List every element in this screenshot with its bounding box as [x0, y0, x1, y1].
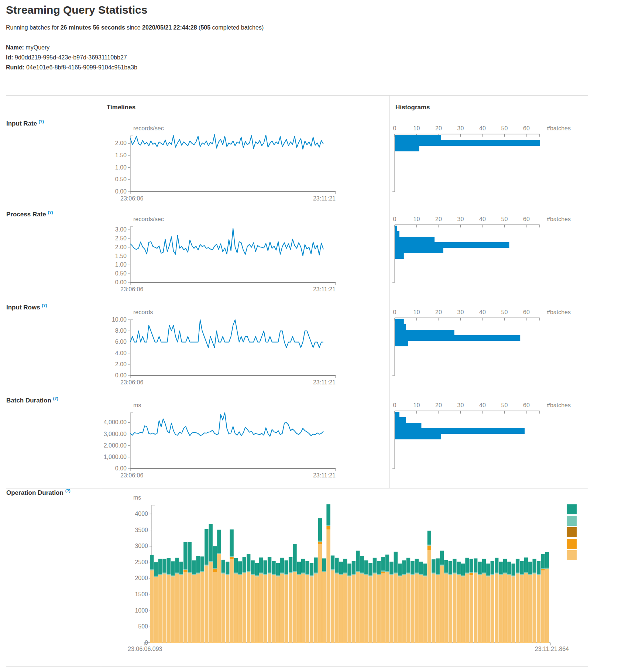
svg-text:23:11:21: 23:11:21: [313, 379, 336, 385]
table-header-row: Timelines Histograms: [6, 96, 588, 119]
svg-text:60: 60: [523, 309, 530, 315]
svg-text:0.50: 0.50: [115, 270, 127, 277]
svg-text:records: records: [133, 309, 153, 315]
svg-text:2.00: 2.00: [115, 244, 127, 250]
input-rate-help-icon[interactable]: (?): [39, 119, 44, 124]
input-rate-row: Input Rate (?) records/sec2.001.501.000.…: [6, 119, 588, 210]
operation-duration-stacked-chart: ms4000350030002500200015001000500023:06:…: [101, 488, 587, 666]
svg-text:60: 60: [523, 216, 530, 222]
svg-text:23:11:21: 23:11:21: [313, 286, 336, 292]
process-rate-help-icon[interactable]: (?): [48, 210, 53, 215]
svg-text:0.00: 0.00: [115, 279, 127, 285]
query-runid-value: 04e101e6-8bf8-4165-9099-9104c951ba3b: [26, 64, 137, 71]
completed-batches-count: 505: [200, 24, 210, 31]
svg-text:3,000.00: 3,000.00: [104, 431, 127, 437]
svg-text:20: 20: [435, 309, 442, 315]
svg-text:0: 0: [393, 402, 396, 408]
svg-text:23:06:06: 23:06:06: [120, 195, 143, 202]
query-runid-label: RunId:: [6, 64, 25, 71]
svg-text:40: 40: [479, 125, 486, 131]
svg-text:#batches: #batches: [547, 309, 571, 315]
svg-text:1.50: 1.50: [115, 152, 127, 158]
svg-text:23:11:21.864: 23:11:21.864: [535, 646, 569, 652]
operation-duration-label-cell: Operation Duration (?): [6, 488, 101, 667]
query-name-value: myQuery: [25, 44, 49, 51]
svg-text:23:06:06.093: 23:06:06.093: [128, 646, 162, 652]
empty-header-cell: [6, 96, 101, 119]
batch-duration-histogram-chart: 0102030405060#batches: [390, 396, 587, 488]
svg-text:2500: 2500: [135, 559, 148, 565]
timelines-column-header: Timelines: [101, 96, 390, 119]
svg-text:2,000.00: 2,000.00: [104, 442, 127, 449]
svg-text:1,000.00: 1,000.00: [104, 454, 127, 460]
svg-text:50: 50: [501, 402, 508, 408]
svg-text:3.00: 3.00: [115, 226, 127, 233]
running-batches-summary: Running batches for 26 minutes 56 second…: [6, 24, 264, 31]
svg-text:ms: ms: [133, 402, 141, 408]
input-rows-help-icon[interactable]: (?): [42, 303, 47, 308]
svg-text:30: 30: [457, 309, 464, 315]
batch-duration-row: Batch Duration (?) ms4,000.003,000.002,0…: [6, 396, 588, 488]
input-rows-row: Input Rows (?) records10.008.006.004.002…: [6, 303, 588, 396]
svg-text:23:06:06: 23:06:06: [120, 286, 143, 292]
query-id-value: 9d0dd219-995d-423e-b97d-36931110bb27: [15, 54, 127, 61]
svg-text:23:11:21: 23:11:21: [313, 472, 336, 479]
svg-text:2000: 2000: [135, 575, 148, 581]
batch-duration-help-icon[interactable]: (?): [53, 396, 58, 401]
process-rate-row: Process Rate (?) records/sec3.002.502.00…: [6, 210, 588, 303]
streaming-query-statistics-page: Streaming Query Statistics Running batch…: [0, 0, 625, 672]
svg-text:50: 50: [501, 309, 508, 315]
svg-text:2.50: 2.50: [115, 235, 127, 241]
operation-duration-help-icon[interactable]: (?): [65, 488, 71, 493]
svg-text:20: 20: [435, 216, 442, 222]
input-rows-histogram-chart: 0102030405060#batches: [390, 303, 587, 395]
svg-text:23:11:21: 23:11:21: [313, 195, 336, 202]
svg-text:500: 500: [138, 623, 148, 630]
svg-text:3000: 3000: [135, 543, 148, 549]
svg-text:10: 10: [413, 125, 420, 131]
svg-text:10: 10: [413, 402, 420, 408]
input-rows-label-cell: Input Rows (?): [6, 303, 101, 396]
svg-text:#batches: #batches: [547, 125, 571, 131]
batch-duration-label: Batch Duration: [6, 397, 51, 404]
svg-text:50: 50: [501, 125, 508, 131]
svg-text:40: 40: [479, 309, 486, 315]
batch-duration-label-cell: Batch Duration (?): [6, 396, 101, 488]
page-title: Streaming Query Statistics: [6, 4, 147, 16]
svg-text:0.00: 0.00: [115, 188, 127, 195]
svg-text:23:06:06: 23:06:06: [120, 379, 143, 385]
svg-text:2.00: 2.00: [115, 361, 127, 367]
svg-text:40: 40: [479, 216, 486, 222]
svg-text:records/sec: records/sec: [133, 216, 164, 222]
query-name-row: Name: myQuery: [6, 44, 49, 51]
process-rate-label: Process Rate: [6, 211, 46, 218]
input-rate-label-cell: Input Rate (?): [6, 119, 101, 210]
svg-text:records/sec: records/sec: [133, 125, 164, 131]
svg-text:0.00: 0.00: [115, 465, 127, 472]
input-rate-histogram-chart: 0102030405060#batches: [390, 119, 587, 209]
svg-text:40: 40: [479, 402, 486, 408]
svg-text:50: 50: [501, 216, 508, 222]
svg-text:0: 0: [393, 216, 396, 222]
svg-text:8.00: 8.00: [115, 328, 127, 334]
svg-text:20: 20: [435, 402, 442, 408]
svg-text:0.50: 0.50: [115, 176, 127, 182]
process-rate-histogram-chart: 0102030405060#batches: [390, 210, 587, 302]
query-name-label: Name:: [6, 44, 24, 51]
svg-text:4000: 4000: [135, 511, 148, 517]
svg-text:0: 0: [393, 309, 396, 315]
operation-duration-label: Operation Duration: [6, 489, 63, 496]
start-timestamp: 2020/05/21 22:44:28: [142, 24, 197, 31]
svg-text:ms: ms: [133, 494, 141, 501]
svg-text:1.00: 1.00: [115, 261, 127, 268]
svg-text:1.50: 1.50: [115, 253, 127, 259]
svg-text:20: 20: [435, 125, 442, 131]
svg-text:2.00: 2.00: [115, 140, 127, 146]
operation-duration-row: Operation Duration (?) ms400035003000250…: [6, 488, 588, 667]
svg-text:1000: 1000: [135, 607, 148, 614]
query-runid-row: RunId: 04e101e6-8bf8-4165-9099-9104c951b…: [6, 64, 137, 71]
input-rate-label: Input Rate: [6, 120, 37, 127]
histograms-column-header: Histograms: [390, 96, 588, 119]
query-id-row: Id: 9d0dd219-995d-423e-b97d-36931110bb27: [6, 54, 127, 61]
svg-text:4.00: 4.00: [115, 350, 127, 356]
